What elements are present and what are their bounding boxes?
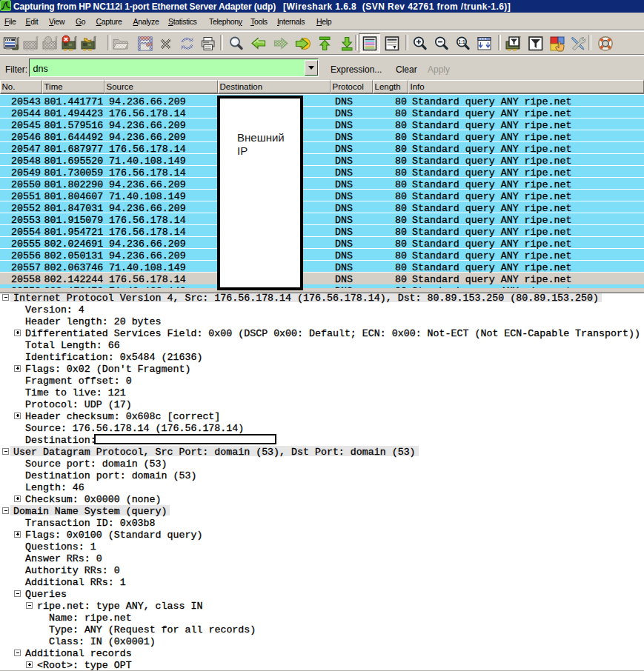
svg-text:1:1: 1:1 — [458, 39, 465, 44]
